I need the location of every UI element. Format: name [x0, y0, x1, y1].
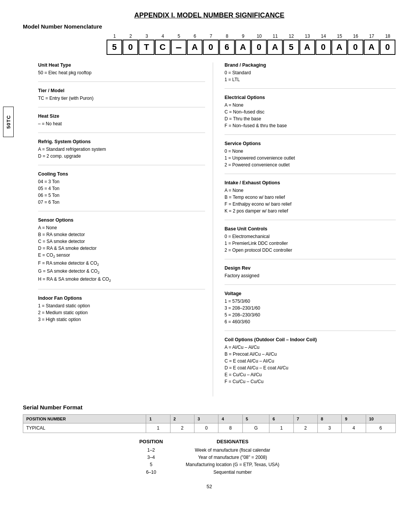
pos-17: 17: [364, 34, 380, 39]
content-area: Unit Heat Type 50 = Elec heat pkg roofto…: [38, 62, 396, 396]
option-item: Factory assigned: [225, 272, 396, 279]
table-cell-label: TYPICAL: [23, 423, 146, 433]
char-11: A: [267, 40, 283, 55]
option-item: 04 = 3 Ton: [38, 178, 205, 185]
table-cell-4: 8: [218, 423, 242, 433]
pos-5: 5: [171, 34, 187, 39]
page-number: 52: [23, 484, 396, 489]
option-item: 2 = Medium static option: [38, 309, 205, 316]
serial-table: POSITION NUMBER 1 2 3 4 5 6 7 8 9 10 TYP…: [23, 414, 396, 433]
option-refrig: Refrig. System Options A = Standard refr…: [38, 139, 205, 165]
pos-14: 14: [315, 34, 331, 39]
option-item: 1 = 575/3/60: [225, 298, 396, 305]
char-15: A: [331, 40, 347, 55]
option-electrical: Electrical Options A = None C = Non–fuse…: [225, 95, 396, 135]
option-item: 2 = Open protocol DDC controller: [225, 247, 396, 254]
option-item: A = None: [38, 224, 205, 231]
option-item: A = None: [225, 187, 396, 194]
option-item: B = RA smoke detector: [38, 231, 205, 238]
table-cell-6: 1: [269, 423, 293, 433]
designates-column: DESIGNATES Week of manufacture (fiscal c…: [186, 439, 279, 476]
option-item: C = SA smoke detector: [38, 238, 205, 245]
char-13: A: [299, 40, 315, 55]
option-title: Service Options: [225, 141, 396, 146]
option-item: D = 2 comp. upgrade: [38, 153, 205, 160]
option-title: Tier / Model: [38, 88, 205, 93]
pos-16: 16: [347, 34, 363, 39]
designates-item: Week of manufacture (fiscal calendar: [186, 447, 279, 454]
option-item: F = Enthalpy econo w/ baro relief: [225, 201, 396, 208]
char-8: 6: [219, 40, 235, 55]
option-item: D = RA & SA smoke detector: [38, 245, 205, 252]
serial-number-section: Serial Number Format POSITION NUMBER 1 2…: [23, 404, 396, 476]
serial-heading: Serial Number Format: [23, 404, 396, 411]
char-3: T: [139, 40, 154, 55]
option-item: E = Cu/Cu – Al/Cu: [225, 371, 396, 378]
option-title: Coil Options (Outdoor Coil – Indoor Coil…: [225, 337, 396, 342]
pos-13: 13: [299, 34, 315, 39]
right-column: Brand / Packaging 0 = Standard 1 = LTL E…: [221, 62, 396, 396]
table-header-position: POSITION NUMBER: [23, 415, 146, 423]
pos-12: 12: [283, 34, 299, 39]
option-item: 1 = Unpowered convenience outlet: [225, 155, 396, 161]
table-header-10: 10: [366, 415, 395, 423]
table-header-4: 4: [218, 415, 242, 423]
designates-item: Manufacturing location (G = ETP, Texas, …: [186, 461, 279, 468]
option-item: 50 = Elec heat pkg rooftop: [38, 69, 205, 76]
char-12: 5: [283, 40, 299, 55]
table-header-8: 8: [318, 415, 342, 423]
option-indoor-fan: Indoor Fan Options 1 = Standard static o…: [38, 296, 205, 328]
pos-1: 1: [107, 34, 123, 39]
option-design-rev: Design Rev Factory assigned: [225, 265, 396, 285]
option-item: H = RA & SA smoke detector & CO2: [38, 276, 205, 284]
pos-8: 8: [219, 34, 235, 39]
char-4: C: [155, 40, 170, 55]
position-column: POSITION 1–2 3–4 5 6–10: [139, 439, 163, 476]
char-9: A: [235, 40, 251, 55]
char-6: A: [187, 40, 202, 55]
table-cell-3: 0: [194, 423, 218, 433]
pos-6: 6: [187, 34, 203, 39]
option-voltage: Voltage 1 = 575/3/60 3 = 208–230/1/60 5 …: [225, 291, 396, 331]
option-coil: Coil Options (Outdoor Coil – Indoor Coil…: [225, 337, 396, 390]
position-item: 5: [139, 461, 163, 468]
option-item: E = CO2 sensor: [38, 252, 205, 260]
char-17: A: [364, 40, 379, 55]
designates-section: POSITION 1–2 3–4 5 6–10 DESIGNATES Week …: [23, 439, 396, 476]
table-cell-10: 6: [366, 423, 395, 433]
table-header-6: 6: [269, 415, 293, 423]
option-item: 06 = 5 Ton: [38, 192, 205, 199]
option-title: Sensor Options: [38, 217, 205, 223]
option-item: F = RA smoke detector & CO2: [38, 260, 205, 268]
table-cell-2: 2: [170, 423, 194, 433]
option-cooling-tons: Cooling Tons 04 = 3 Ton 05 = 4 Ton 06 = …: [38, 171, 205, 211]
option-item: F = Non–fused & thru the base: [225, 122, 396, 129]
option-item: A = Al/Cu – Al/Cu: [225, 344, 396, 351]
option-brand: Brand / Packaging 0 = Standard 1 = LTL: [225, 62, 396, 89]
table-row: TYPICAL 1 2 0 8 G 1 2 3 4 6: [23, 423, 396, 433]
option-item: A = None: [225, 102, 396, 109]
option-title: Design Rev: [225, 265, 396, 271]
option-title: Intake / Exhaust Options: [225, 180, 396, 185]
pos-3: 3: [139, 34, 155, 39]
option-sensor: Sensor Options A = None B = RA smoke det…: [38, 217, 205, 289]
position-numbers: 1 2 3 4 5 6 7 8 9 10 11 12 13 14 15 16 1…: [107, 34, 396, 39]
position-col-title: POSITION: [139, 439, 163, 444]
position-item: 3–4: [139, 454, 163, 461]
pos-15: 15: [331, 34, 347, 39]
option-base-controls: Base Unit Controls 0 = Electromechanical…: [225, 226, 396, 259]
table-header-2: 2: [170, 415, 194, 423]
char-1: 5: [107, 40, 122, 55]
option-title: Indoor Fan Options: [38, 296, 205, 301]
option-item: 1 = Standard static option: [38, 302, 205, 309]
option-title: Electrical Options: [225, 95, 396, 100]
option-unit-heat-type: Unit Heat Type 50 = Elec heat pkg roofto…: [38, 62, 205, 82]
model-number-section: Model Number Nomenclature 1 2 3 4 5 6 7 …: [23, 23, 396, 55]
pos-11: 11: [267, 34, 283, 39]
left-column: Unit Heat Type 50 = Elec heat pkg roofto…: [38, 62, 213, 396]
table-cell-1: 1: [146, 423, 170, 433]
char-16: 0: [347, 40, 363, 55]
option-item: F = Cu/Cu – Cu/Cu: [225, 378, 396, 385]
option-item: 0 = Standard: [225, 69, 396, 76]
position-item: 1–2: [139, 447, 163, 454]
